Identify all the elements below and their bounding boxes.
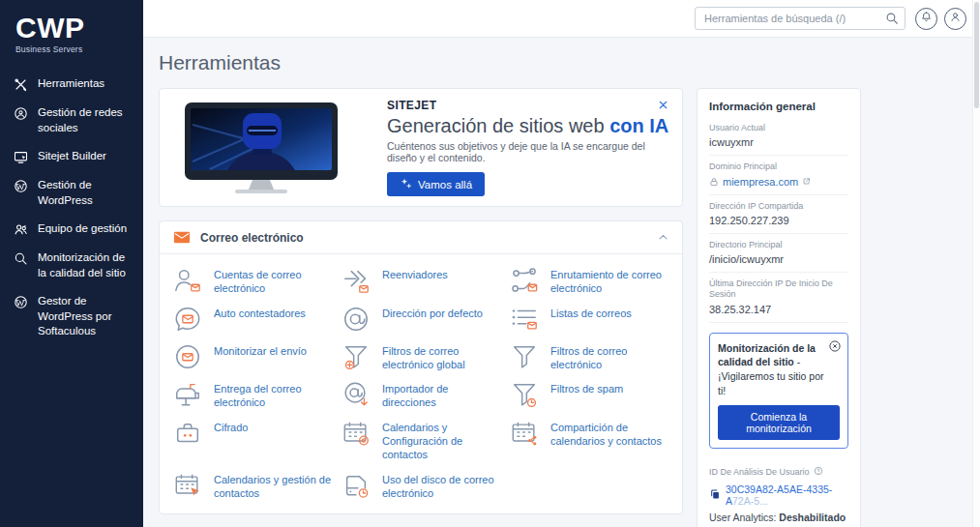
sidebar-item-label: Herramientas (38, 76, 104, 92)
circle-close-icon (828, 341, 842, 356)
tool-item[interactable]: Listas de correos (510, 305, 668, 334)
sitejet-banner: SITEJET Generación de sitios web con IA … (159, 88, 683, 207)
sidebar-item-2[interactable]: Sitejet Builder (0, 142, 143, 171)
close-icon (657, 100, 669, 114)
sparkles-icon (400, 177, 412, 191)
sidebar-item-4[interactable]: Equipo de gestión (0, 215, 143, 244)
lock-icon (709, 177, 719, 187)
tool-item-label: Calendarios y gestión de contactos (214, 471, 332, 501)
tool-item-label: Enrutamiento de correo electrónico (550, 266, 668, 296)
account-button[interactable] (944, 8, 966, 30)
autoresponders-icon (173, 305, 202, 334)
tool-item-label: Compartición de calendarios y contactos (550, 419, 668, 449)
section-title: Correo electrónico (200, 231, 648, 245)
tool-item[interactable]: Calendarios y gestión de contactos (173, 471, 332, 501)
wordpress-icon (14, 295, 29, 309)
tool-item-label: Filtros de spam (550, 380, 623, 395)
user-icon (949, 11, 962, 26)
info-field: Dirección IP Compartida192.250.227.239 (709, 195, 848, 234)
analytics-id-row[interactable]: 30C39A82-A5AE-4335-A72A-5... (709, 483, 848, 507)
info-field-value: 192.250.227.239 (709, 215, 848, 226)
sidebar-item-6[interactable]: Gestor de WordPress por Softaculous (0, 287, 143, 346)
start-monitoring-button[interactable]: Comienza la monitorización (718, 405, 840, 440)
tool-item-label: Cifrado (214, 419, 248, 434)
section-card-0: Correo electrónicoCuentas de correo elec… (159, 220, 683, 514)
bell-icon (920, 11, 933, 26)
tool-item-label: Monitorizar el envío (214, 342, 307, 358)
tool-item[interactable]: Monitorizar el envío (173, 342, 332, 372)
analytics-section: ID De Análisis De Usuario 30C39A82-A5AE-… (709, 458, 848, 527)
tool-item[interactable]: Cifrado (173, 419, 332, 462)
info-field-label: Dirección IP Compartida (709, 201, 848, 212)
help-icon[interactable] (814, 466, 823, 478)
sidebar-nav: HerramientasGestión de redes socialesSit… (0, 70, 143, 346)
promo-close-button[interactable] (827, 338, 843, 357)
tool-item-label: Reenviadores (382, 266, 448, 281)
info-field: Directorio Principal/inicio/icwuyxmr (709, 234, 848, 273)
tool-item[interactable]: Uso del disco de correo electrónico (342, 471, 500, 501)
chevron-up-icon (658, 232, 668, 243)
analytics-label: ID De Análisis De Usuario (709, 467, 810, 477)
user-analytics-status: User Analytics: Deshabilitado (709, 512, 848, 523)
tool-item[interactable]: Filtros de spam (510, 380, 668, 410)
info-field: Última Dirección IP De Inicio De Sesión3… (709, 273, 848, 323)
monitoring-promo-card: Monitorización de la calidad del sitio -… (709, 333, 848, 450)
cwp-logo[interactable]: CWP Business Servers (0, 12, 143, 70)
calendars-contacts-icon (173, 471, 202, 500)
calendars-contacts-config-icon (342, 419, 371, 448)
tool-item[interactable]: Compartición de calendarios y contactos (510, 419, 668, 462)
banner-brand: SITEJET (387, 99, 670, 112)
content: Herramientas (143, 38, 980, 527)
domain-link[interactable]: miempresa.com (709, 176, 848, 188)
main-area: Herramientas (143, 0, 980, 527)
tool-item[interactable]: Cuentas de correo electrónico (173, 266, 332, 296)
tool-item-label: Cuentas de correo electrónico (214, 266, 332, 296)
info-field-label: Usuario Actual (709, 123, 848, 133)
tool-item[interactable]: Filtros de correo electrónico global (342, 342, 500, 372)
tool-item[interactable]: Auto contestadores (173, 305, 332, 334)
sidebar-item-3[interactable]: Gestión de WordPress (0, 171, 143, 215)
email-routing-icon (510, 266, 539, 295)
robot-monitor-image (171, 102, 370, 194)
tool-item[interactable]: Importador de direcciones (342, 380, 500, 410)
sidebar-item-5[interactable]: Monitorización de la calidad del sitio (0, 244, 143, 287)
tool-item[interactable]: Reenviadores (342, 266, 500, 296)
info-field: Usuario Actualicwuyxmr (709, 117, 848, 156)
banner-close-button[interactable] (655, 97, 671, 116)
sidebar: CWP Business Servers HerramientasGestión… (0, 0, 143, 527)
scrollbar[interactable] (972, 0, 980, 527)
promo-title-bold: Monitorización de la calidad del sitio (718, 342, 816, 368)
domain-link-text: miempresa.com (723, 176, 798, 188)
banner-cta-button[interactable]: Vamos allá (387, 172, 485, 196)
scrollbar-thumb[interactable] (974, 2, 979, 108)
sidebar-item-1[interactable]: Gestión de redes sociales (0, 99, 143, 142)
sidebar-item-0[interactable]: Herramientas (0, 70, 143, 99)
info-fields: Usuario ActualicwuyxmrDominio Principalm… (709, 117, 848, 323)
tool-item[interactable]: Filtros de correo electrónico (510, 342, 668, 372)
sitejet-icon (14, 150, 29, 164)
section-header[interactable]: Correo electrónico (160, 221, 682, 254)
calendar-sharing-icon (510, 419, 539, 448)
tool-item-label: Importador de direcciones (382, 380, 500, 410)
tool-item[interactable]: Entrega del correo electrónico (173, 380, 332, 410)
tool-item-label: Calendarios y Configuración de contactos (382, 419, 500, 462)
banner-title-accent: con IA (609, 115, 668, 136)
sidebar-item-label: Monitorización de la calidad del sitio (38, 250, 130, 280)
track-delivery-icon (173, 342, 202, 371)
banner-body: SITEJET Generación de sitios web con IA … (387, 99, 670, 196)
analytics-id: 30C39A82-A5AE-4335-A72A-5... (726, 483, 848, 507)
sidebar-item-label: Gestión de WordPress (38, 178, 130, 208)
mailing-lists-icon (510, 305, 539, 334)
tool-item[interactable]: Enrutamiento de correo electrónico (510, 266, 668, 296)
site-quality-icon (14, 251, 29, 266)
tool-item[interactable]: Calendarios y Configuración de contactos (342, 419, 500, 462)
info-field: Dominio Principalmiempresa.com (709, 156, 848, 194)
tool-item[interactable]: Dirección por defecto (342, 305, 500, 334)
sidebar-item-label: Equipo de gestión (38, 221, 127, 237)
tool-item-label: Dirección por defecto (382, 305, 483, 320)
email-filters-icon (510, 342, 539, 371)
notifications-button[interactable] (915, 8, 937, 30)
team-icon (14, 222, 29, 237)
info-field-value: icwuyxmr (709, 136, 848, 148)
search-input[interactable] (695, 7, 906, 30)
